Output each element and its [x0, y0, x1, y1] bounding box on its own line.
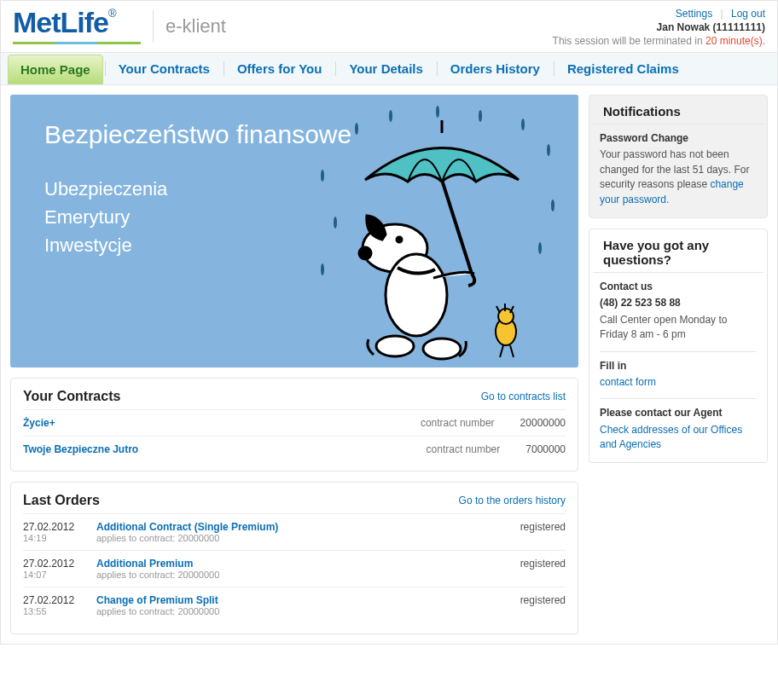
questions-title: Have you got any questions?	[593, 229, 763, 273]
order-applies-prefix: applies to contract:	[96, 570, 177, 580]
session-time: 20 minute(s).	[705, 35, 765, 47]
order-row: 27.02.2012 14:19 Additional Contract (Si…	[23, 513, 566, 550]
contracts-panel: Your Contracts Go to contracts list Życi…	[10, 378, 578, 471]
banner-line-1: Ubezpieczenia	[44, 175, 553, 203]
logo-separator	[153, 10, 154, 43]
svg-point-14	[386, 254, 447, 336]
order-time-value: 13:55	[23, 606, 84, 616]
order-status: registered	[520, 558, 566, 580]
banner-headline: Bezpieczeństwo finansowe	[44, 120, 553, 149]
nav-your-details[interactable]: Your Details	[335, 53, 436, 84]
order-applies: applies to contract: 20000000	[96, 606, 508, 616]
order-title-link[interactable]: Additional Contract (Single Premium)	[96, 521, 278, 533]
user-display: Jan Nowak (11111111)	[553, 21, 765, 33]
svg-point-17	[376, 336, 414, 356]
settings-link[interactable]: Settings	[676, 8, 712, 20]
banner-line-2: Emerytury	[44, 203, 553, 231]
orders-title: Last Orders	[23, 493, 100, 508]
nav-label: Home Page	[20, 62, 90, 77]
order-applies-contract: 20000000	[177, 606, 219, 616]
questions-body: Contact us (48) 22 523 58 88 Call Center…	[589, 273, 767, 463]
order-applies-prefix: applies to contract:	[96, 606, 177, 616]
logout-link[interactable]: Log out	[731, 8, 765, 20]
svg-point-8	[321, 263, 324, 275]
nav-registered-claims[interactable]: Registered Claims	[554, 53, 693, 84]
promo-banner: Bezpieczeństwo finansowe Ubezpieczenia E…	[10, 95, 578, 367]
orders-list: 27.02.2012 14:19 Additional Contract (Si…	[11, 513, 578, 633]
nav-label: Offers for You	[237, 61, 322, 76]
svg-point-19	[496, 318, 516, 345]
order-date: 27.02.2012 14:19	[23, 521, 84, 543]
session-prefix: This session will be terminated in	[553, 35, 705, 47]
agent-section: Please contact our Agent Check addresses…	[600, 398, 757, 452]
contract-row: Twoje Bezpieczne Jutro contract number 7…	[23, 436, 566, 462]
order-row: 27.02.2012 14:07 Additional Premium appl…	[23, 550, 566, 587]
order-row: 27.02.2012 13:55 Change of Premium Split…	[23, 587, 566, 623]
contracts-list-link[interactable]: Go to contracts list	[481, 390, 566, 402]
contracts-title: Your Contracts	[23, 389, 120, 404]
nav-your-contracts[interactable]: Your Contracts	[105, 53, 224, 84]
orders-history-link[interactable]: Go to the orders history	[459, 495, 566, 506]
svg-point-2	[436, 106, 439, 118]
order-date-value: 27.02.2012	[23, 594, 84, 606]
top-links: Settings | Log out	[553, 8, 765, 20]
order-applies-contract: 20000000	[177, 570, 219, 580]
nav-home-page[interactable]: Home Page	[8, 55, 103, 84]
main-nav: Home Page Your Contracts Offers for You …	[1, 52, 777, 85]
nav-label: Orders History	[450, 61, 540, 76]
order-status: registered	[520, 521, 566, 543]
fill-in-section: Fill in contact form	[600, 351, 757, 390]
notification-subtitle: Password Change	[600, 131, 757, 146]
header: MetLife® e-klient Settings | Log out Jan…	[1, 1, 777, 52]
svg-line-21	[500, 345, 503, 357]
order-date-value: 27.02.2012	[23, 521, 84, 533]
reg-mark: ®	[108, 7, 116, 20]
order-applies: applies to contract: 20000000	[96, 533, 508, 543]
order-date: 27.02.2012 13:55	[23, 594, 84, 616]
notifications-box: Notifications Password Change Your passw…	[589, 95, 768, 218]
nav-orders-history[interactable]: Orders History	[437, 53, 554, 84]
order-date-value: 27.02.2012	[23, 558, 84, 570]
order-date: 27.02.2012 14:07	[23, 558, 84, 580]
contact-phone: (48) 22 523 58 88	[600, 296, 757, 310]
order-main: Additional Contract (Single Premium) app…	[96, 521, 508, 543]
contract-number-value: 7000000	[525, 443, 566, 455]
order-main: Change of Premium Split applies to contr…	[96, 594, 508, 616]
contract-name-link[interactable]: Życie+	[23, 417, 55, 429]
contract-number-label: contract number	[427, 443, 501, 455]
order-applies: applies to contract: 20000000	[96, 570, 508, 580]
brand-logo: MetLife®	[13, 8, 141, 44]
main-column: Bezpieczeństwo finansowe Ubezpieczenia E…	[10, 95, 578, 634]
contract-name-link[interactable]: Twoje Bezpieczne Jutro	[23, 443, 138, 455]
contract-number-value: 20000000	[520, 417, 566, 429]
sidebar: Notifications Password Change Your passw…	[589, 95, 768, 634]
contact-hours: Call Center open Monday to Friday 8 am -…	[600, 314, 727, 340]
contact-form-link[interactable]: contact form	[600, 376, 656, 388]
header-right: Settings | Log out Jan Nowak (11111111) …	[553, 8, 765, 47]
order-title-link[interactable]: Additional Premium	[96, 558, 193, 570]
session-timer: This session will be terminated in 20 mi…	[553, 35, 765, 47]
content: Bezpieczeństwo finansowe Ubezpieczenia E…	[1, 85, 777, 644]
svg-point-18	[423, 338, 461, 359]
svg-point-20	[498, 309, 514, 324]
contract-number-label: contract number	[421, 417, 495, 429]
order-title-link[interactable]: Change of Premium Split	[96, 594, 218, 606]
nav-label: Registered Claims	[567, 61, 679, 76]
notifications-title: Notifications	[593, 95, 763, 124]
logo-area: MetLife® e-klient	[13, 8, 226, 44]
order-status: registered	[520, 594, 566, 616]
orders-panel-head: Last Orders Go to the orders history	[11, 483, 578, 513]
svg-line-22	[510, 345, 514, 357]
nav-label: Your Contracts	[119, 61, 210, 76]
nav-label: Your Details	[349, 61, 422, 76]
logo-underline	[13, 42, 141, 44]
brand-text: MetLife	[13, 6, 108, 38]
order-time-value: 14:19	[23, 533, 84, 543]
order-applies-prefix: applies to contract:	[96, 533, 177, 543]
contracts-list: Życie+ contract number 20000000 Twoje Be…	[11, 409, 578, 471]
order-time-value: 14:07	[23, 570, 84, 580]
order-applies-contract: 20000000	[177, 533, 219, 543]
nav-offers-for-you[interactable]: Offers for You	[224, 53, 335, 84]
questions-box: Have you got any questions? Contact us (…	[589, 229, 768, 464]
offices-agencies-link[interactable]: Check addresses of our Offices and Agenc…	[600, 424, 742, 450]
